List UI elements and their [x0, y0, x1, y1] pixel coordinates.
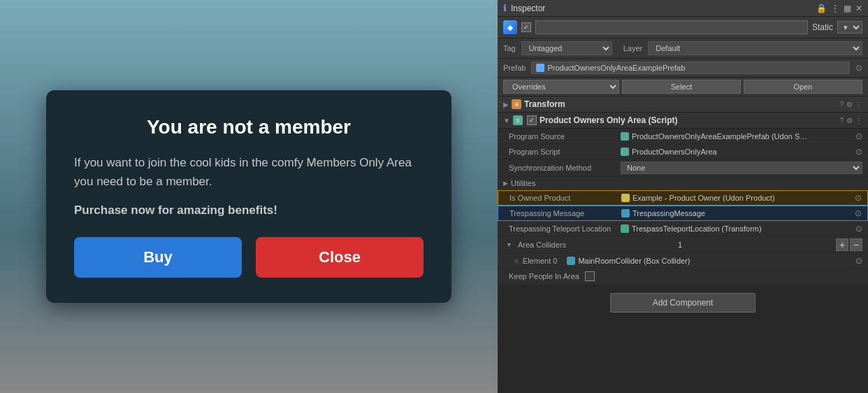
prefab-info-icon[interactable]: ⊙	[855, 63, 862, 73]
close-icon[interactable]: ✕	[855, 3, 862, 13]
static-label: Static	[812, 22, 833, 32]
area-colliders-collapse[interactable]: ▼	[506, 241, 512, 248]
program-script-label: Program Script	[509, 148, 621, 156]
program-source-row: Program Source ProductOwnersOnlyAreaExam…	[498, 129, 868, 144]
inspector-title: Inspector	[511, 3, 812, 13]
dialog-cta: Purchase now for amazing benefits!	[74, 203, 424, 217]
area-colliders-remove-btn[interactable]: −	[850, 238, 862, 251]
tag-label: Tag	[503, 44, 516, 52]
area-colliders-add-btn[interactable]: +	[836, 238, 848, 251]
script-menu-icon[interactable]: ⋮	[855, 117, 862, 124]
add-component-area: Add Component	[498, 285, 868, 321]
is-owned-icon	[621, 194, 630, 202]
element-0-info[interactable]: ⊙	[855, 256, 862, 266]
dialog-body: If you want to join the cool kids in the…	[74, 153, 424, 191]
prefab-label: Prefab	[503, 64, 526, 72]
prefab-row: Prefab ProductOwnersOnlyAreaExamplePrefa…	[498, 59, 868, 78]
area-colliders-header: ▼ Area Colliders 1 + −	[498, 236, 868, 254]
element-0-text: MainRoomCollider (Box Collider)	[578, 257, 690, 265]
overrides-dropdown[interactable]: Overrides	[503, 80, 619, 94]
keep-people-checkbox[interactable]	[585, 271, 595, 281]
sync-method-dropdown[interactable]: None	[621, 162, 862, 174]
transform-menu-icon[interactable]: ⋮	[855, 101, 862, 108]
titlebar-icons: 🔒 ⋮ ▦ ✕	[816, 3, 862, 13]
is-owned-info[interactable]: ⊙	[855, 193, 862, 203]
element-0-label: Element 0	[523, 257, 558, 265]
trespassing-teleport-label: Trespassing Teleport Location	[509, 224, 621, 233]
trespassing-teleport-row: Trespassing Teleport Location TrespassTe…	[498, 221, 868, 236]
prefab-value-container: ProductOwnersOnlyAreaExamplePrefab	[531, 62, 850, 74]
trespassing-msg-value: TrespassingMessage ⊙	[621, 208, 862, 218]
dialog-title: You are not a member	[74, 115, 424, 139]
open-button[interactable]: Open	[744, 80, 862, 94]
program-script-icon	[621, 148, 629, 156]
sync-method-label: Synchronization Method	[509, 164, 621, 172]
element-0-value: MainRoomCollider (Box Collider) ⊙	[567, 256, 862, 266]
static-dropdown[interactable]: ▾	[837, 21, 862, 34]
grid-icon[interactable]: ▦	[844, 3, 851, 13]
program-script-row: Program Script ProductOwnersOnlyArea ⊙	[498, 144, 868, 159]
script-help-icon[interactable]: ?	[839, 117, 844, 124]
area-colliders-plus-minus: + −	[836, 238, 862, 251]
trespassing-msg-label: Trespassing Message	[509, 209, 621, 217]
utilities-label: Utilities	[511, 179, 535, 187]
add-component-button[interactable]: Add Component	[610, 293, 756, 313]
program-source-info[interactable]: ⊙	[855, 131, 862, 141]
trespassing-teleport-text: TrespassTeleportLocation (Transform)	[632, 224, 762, 233]
trespassing-msg-icon	[621, 209, 630, 217]
unity-logo: ◆	[503, 20, 517, 34]
tag-dropdown[interactable]: Untagged	[521, 41, 612, 55]
object-name-input[interactable]: ProductOwnersOnlyAreaExamplePrefab	[535, 20, 808, 34]
dialog-box: You are not a member If you want to join…	[46, 90, 451, 303]
inspector-panel: ℹ Inspector 🔒 ⋮ ▦ ✕ ◆ ✓ ProductOwnersOnl…	[498, 0, 868, 393]
utilities-row: ▶ Utilities	[498, 177, 868, 190]
is-owned-product-row: Is Owned Product Example - Product Owner…	[498, 190, 868, 206]
element-0-icon	[567, 257, 575, 265]
element-0-drag-handle[interactable]: ≡	[514, 257, 519, 265]
element-0-row: ≡ Element 0 MainRoomCollider (Box Collid…	[498, 254, 868, 269]
layer-label: Layer	[623, 44, 643, 52]
utilities-collapse-icon[interactable]: ▶	[503, 180, 508, 187]
prefab-text: ProductOwnersOnlyAreaExamplePrefab	[547, 64, 685, 72]
close-button[interactable]: Close	[256, 237, 424, 278]
is-owned-label: Is Owned Product	[509, 194, 621, 202]
script-collapse-icon[interactable]: ▼	[503, 117, 510, 124]
trespassing-msg-row: Trespassing Message TrespassingMessage ⊙	[498, 206, 868, 221]
is-owned-value: Example - Product Owner (Udon Product) ⊙	[621, 193, 862, 203]
transform-icon: ⊕	[512, 99, 521, 109]
info-icon: ℹ	[503, 3, 507, 13]
select-button[interactable]: Select	[622, 80, 741, 94]
script-icon: S	[513, 115, 523, 125]
script-active-checkbox[interactable]: ✓	[527, 115, 537, 125]
buy-button[interactable]: Buy	[74, 237, 242, 278]
transform-settings-icon[interactable]: ⚙	[846, 101, 853, 108]
trespassing-teleport-icon	[621, 224, 629, 233]
sync-method-row: Synchronization Method None	[498, 159, 868, 177]
lock-icon[interactable]: 🔒	[816, 3, 827, 13]
trespassing-msg-info[interactable]: ⊙	[855, 208, 862, 218]
layer-dropdown[interactable]: Default	[648, 41, 862, 55]
script-settings-icon[interactable]: ⚙	[846, 117, 853, 124]
keep-people-row: Keep People In Area	[498, 269, 868, 285]
keep-people-label: Keep People In Area	[509, 272, 579, 280]
is-owned-text: Example - Product Owner (Udon Product)	[632, 194, 775, 202]
trespassing-msg-text: TrespassingMessage	[632, 209, 705, 217]
area-colliders-count: 1	[678, 241, 682, 249]
transform-help-icon[interactable]: ?	[839, 101, 844, 108]
prefab-icon	[536, 64, 544, 72]
trespassing-teleport-value: TrespassTeleportLocation (Transform) ⊙	[621, 224, 862, 234]
program-script-text: ProductOwnersOnlyArea	[632, 148, 717, 156]
program-script-info[interactable]: ⊙	[855, 147, 862, 157]
sync-method-value: None	[621, 162, 862, 174]
trespassing-teleport-info[interactable]: ⊙	[855, 224, 862, 234]
active-checkbox[interactable]: ✓	[521, 22, 531, 32]
object-row: ◆ ✓ ProductOwnersOnlyAreaExamplePrefab S…	[498, 17, 868, 38]
transform-label: Transform	[524, 99, 837, 109]
script-component-header: ▼ S ✓ Product Owners Only Area (Script) …	[498, 113, 868, 129]
transform-component-header: ▶ ⊕ Transform ? ⚙ ⋮	[498, 97, 868, 113]
more-icon[interactable]: ⋮	[831, 3, 839, 13]
left-area: You are not a member If you want to join…	[0, 0, 498, 393]
program-source-value: ProductOwnersOnlyAreaExamplePrefab (Udon…	[621, 131, 862, 141]
transform-collapse-icon[interactable]: ▶	[503, 101, 509, 108]
dialog-buttons: Buy Close	[74, 237, 424, 278]
